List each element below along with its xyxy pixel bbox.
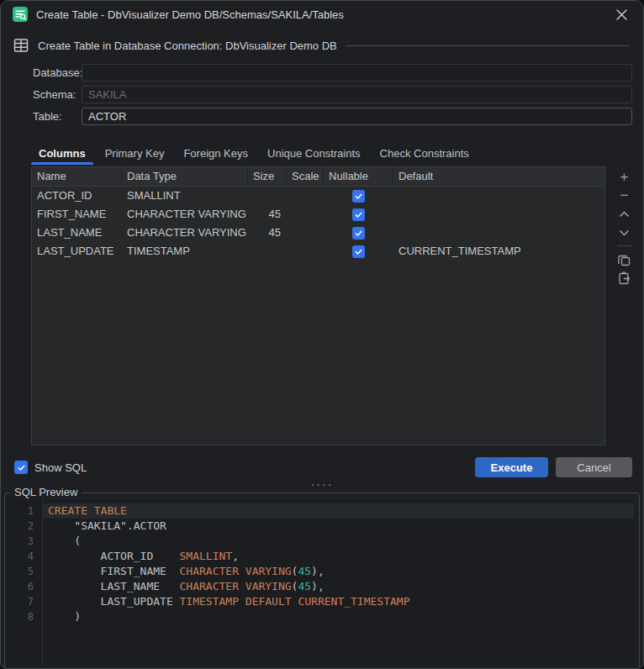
form-fields: Database: Schema: Table: xyxy=(1,61,643,127)
database-field-row: Database: xyxy=(1,61,643,83)
nullable-checkbox[interactable] xyxy=(352,190,365,203)
tab-primary-key-label: Primary Key xyxy=(105,147,165,160)
dbvisualizer-logo-icon xyxy=(13,7,28,22)
sql-code-text: ) xyxy=(42,609,634,624)
table-row[interactable]: FIRST_NAME CHARACTER VARYING 45 xyxy=(32,205,604,224)
nullable-checkbox[interactable] xyxy=(352,208,365,221)
table-name-input[interactable] xyxy=(82,108,632,125)
paste-row-button[interactable] xyxy=(615,269,635,287)
cell-nullable[interactable] xyxy=(324,205,393,224)
cell-size[interactable]: 45 xyxy=(248,224,287,242)
cell-data-type[interactable]: CHARACTER VARYING xyxy=(122,224,248,242)
close-icon[interactable] xyxy=(611,4,631,24)
sql-line: 8 ) xyxy=(10,609,634,624)
table-row[interactable]: ACTOR_ID SMALLINT xyxy=(32,187,604,205)
tab-unique-constraints[interactable]: Unique Constraints xyxy=(260,141,368,165)
cell-scale[interactable] xyxy=(287,205,324,224)
cell-data-type[interactable]: CHARACTER VARYING xyxy=(122,205,248,224)
columns-grid-area: Name Data Type Size Scale Nullable Defau… xyxy=(1,166,643,445)
sql-line: 2 "SAKILA".ACTOR xyxy=(10,519,634,534)
line-number: 8 xyxy=(10,609,42,624)
tab-foreign-keys[interactable]: Foreign Keys xyxy=(176,141,256,165)
cell-nullable[interactable] xyxy=(324,242,393,261)
cell-scale[interactable] xyxy=(287,242,324,261)
database-label: Database: xyxy=(33,66,82,79)
sql-code-text: LAST_UPDATE TIMESTAMP DEFAULT CURRENT_TI… xyxy=(42,594,634,609)
tab-check-constraints[interactable]: Check Constraints xyxy=(372,141,477,165)
add-row-button[interactable]: + xyxy=(615,168,635,187)
line-number: 6 xyxy=(10,579,42,594)
cell-name[interactable]: LAST_NAME xyxy=(32,224,122,242)
column-header-size[interactable]: Size xyxy=(248,167,287,186)
table-row[interactable]: LAST_NAME CHARACTER VARYING 45 xyxy=(32,224,604,242)
footer-bar: Show SQL Execute Cancel xyxy=(14,457,632,477)
cell-data-type[interactable]: SMALLINT xyxy=(122,187,248,205)
column-header-nullable[interactable]: Nullable xyxy=(324,167,393,186)
move-up-button[interactable] xyxy=(615,205,635,224)
cancel-button[interactable]: Cancel xyxy=(556,457,632,477)
cell-size[interactable] xyxy=(248,187,287,205)
column-header-scale[interactable]: Scale xyxy=(287,167,324,186)
column-header-name[interactable]: Name xyxy=(32,167,122,186)
tab-primary-key[interactable]: Primary Key xyxy=(98,141,172,165)
sql-code-lines: 1CREATE TABLE2 "SAKILA".ACTOR3 (4 ACTOR_… xyxy=(10,499,634,624)
section-header: Create Table in Database Connection: DbV… xyxy=(13,36,630,55)
sql-code-text: ACTOR_ID SMALLINT, xyxy=(42,549,634,564)
execute-button[interactable]: Execute xyxy=(475,457,548,477)
header-rule xyxy=(346,45,630,46)
cell-nullable[interactable] xyxy=(324,187,393,205)
dialog-buttons: Execute Cancel xyxy=(475,457,632,477)
toolbar-divider xyxy=(617,245,632,246)
sql-line: 4 ACTOR_ID SMALLINT, xyxy=(10,549,634,564)
sql-preview-legend: SQL Preview xyxy=(10,486,82,498)
sql-code-text: "SAKILA".ACTOR xyxy=(42,519,634,534)
sql-line: 1CREATE TABLE xyxy=(10,503,634,519)
sql-line: 5 FIRST_NAME CHARACTER VARYING(45), xyxy=(10,564,634,579)
show-sql-checkbox[interactable] xyxy=(14,461,28,474)
nullable-checkbox[interactable] xyxy=(352,227,365,240)
cell-name[interactable]: LAST_UPDATE xyxy=(32,242,122,261)
cell-data-type[interactable]: TIMESTAMP xyxy=(122,242,248,261)
nullable-checkbox[interactable] xyxy=(352,245,365,258)
cell-scale[interactable] xyxy=(287,187,324,205)
remove-row-button[interactable]: − xyxy=(615,187,635,205)
section-header-label: Create Table in Database Connection: DbV… xyxy=(38,40,337,52)
table-row[interactable]: LAST_UPDATE TIMESTAMP CURRENT_TIMESTAMP xyxy=(32,242,604,261)
show-sql-label: Show SQL xyxy=(34,461,87,474)
cell-scale[interactable] xyxy=(287,224,324,242)
columns-grid[interactable]: Name Data Type Size Scale Nullable Defau… xyxy=(31,166,605,445)
copy-row-button[interactable] xyxy=(615,250,635,269)
sql-line: 7 LAST_UPDATE TIMESTAMP DEFAULT CURRENT_… xyxy=(10,594,634,609)
grid-header: Name Data Type Size Scale Nullable Defau… xyxy=(32,167,604,187)
copy-icon xyxy=(618,254,631,266)
cell-nullable[interactable] xyxy=(324,224,393,242)
show-sql-option[interactable]: Show SQL xyxy=(14,461,87,474)
move-down-button[interactable] xyxy=(615,224,635,242)
titlebar[interactable]: Create Table - DbVisualizer Demo DB/Sche… xyxy=(1,1,643,28)
cell-size[interactable]: 45 xyxy=(248,205,287,224)
splitter-dots: ···· xyxy=(311,481,334,487)
cell-name[interactable]: ACTOR_ID xyxy=(32,187,122,205)
sql-code-text: LAST_NAME CHARACTER VARYING(45), xyxy=(42,579,634,594)
splitter-handle[interactable]: ···· xyxy=(1,477,643,491)
cell-default[interactable]: CURRENT_TIMESTAMP xyxy=(393,242,604,261)
row-toolbar: + − xyxy=(605,166,643,445)
tab-columns[interactable]: Columns xyxy=(31,141,93,165)
line-number: 7 xyxy=(10,594,42,609)
cell-default[interactable] xyxy=(393,205,604,224)
line-number: 1 xyxy=(10,503,42,519)
cell-default[interactable] xyxy=(393,187,604,205)
schema-input xyxy=(82,86,632,103)
sql-editor[interactable]: 1CREATE TABLE2 "SAKILA".ACTOR3 (4 ACTOR_… xyxy=(10,499,634,665)
sql-code-text: CREATE TABLE xyxy=(42,503,634,519)
sql-code-text: ( xyxy=(42,534,634,549)
column-header-default[interactable]: Default xyxy=(393,167,604,186)
database-input xyxy=(82,64,632,82)
column-header-data-type[interactable]: Data Type xyxy=(122,167,248,186)
table-field-row: Table: xyxy=(1,105,643,127)
cell-size[interactable] xyxy=(248,242,287,261)
tab-columns-label: Columns xyxy=(39,147,86,160)
tab-foreign-keys-label: Foreign Keys xyxy=(183,147,248,160)
cell-default[interactable] xyxy=(393,224,604,242)
cell-name[interactable]: FIRST_NAME xyxy=(32,205,122,224)
